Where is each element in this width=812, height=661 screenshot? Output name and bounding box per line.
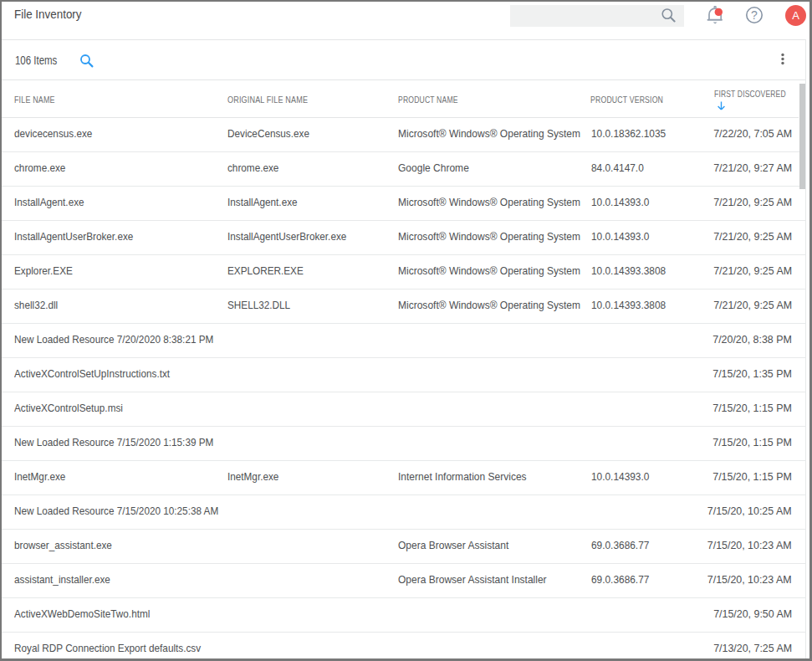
- svg-text:?: ?: [751, 8, 758, 22]
